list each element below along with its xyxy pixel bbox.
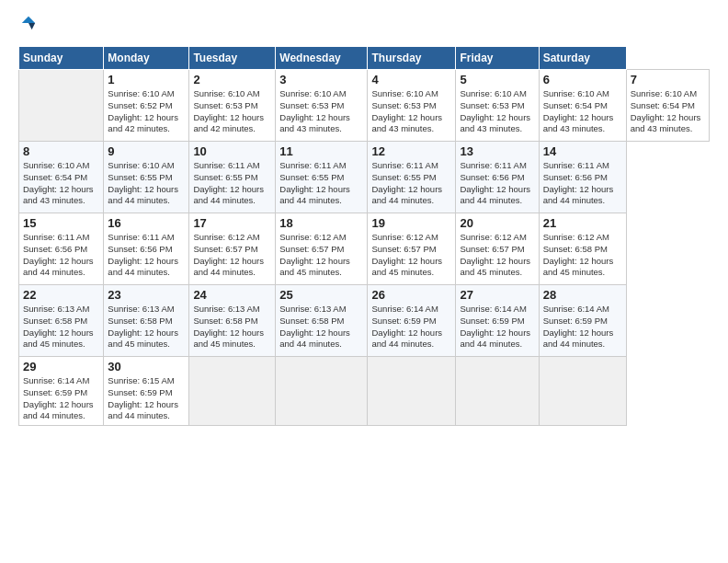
day-number: 11 — [279, 144, 363, 158]
day-info: Sunrise: 6:10 AMSunset: 6:54 PMDaylight:… — [631, 88, 701, 133]
day-info: Sunrise: 6:14 AMSunset: 6:59 PMDaylight:… — [543, 304, 614, 349]
day-info: Sunrise: 6:14 AMSunset: 6:59 PMDaylight:… — [23, 375, 94, 420]
day-cell: 21 Sunrise: 6:12 AMSunset: 6:58 PMDaylig… — [539, 213, 626, 285]
svg-marker-1 — [28, 23, 35, 29]
day-cell — [539, 357, 626, 426]
calendar-week-row: 22 Sunrise: 6:13 AMSunset: 6:58 PMDaylig… — [19, 285, 710, 357]
weekday-header: Saturday — [539, 47, 626, 70]
day-info: Sunrise: 6:15 AMSunset: 6:59 PMDaylight:… — [108, 375, 178, 420]
day-number: 13 — [460, 144, 534, 158]
day-number: 19 — [371, 216, 451, 230]
calendar-table: SundayMondayTuesdayWednesdayThursdayFrid… — [18, 46, 710, 426]
day-cell: 1 Sunrise: 6:10 AMSunset: 6:52 PMDayligh… — [104, 70, 189, 142]
day-number: 10 — [193, 144, 271, 158]
day-number: 9 — [108, 144, 185, 158]
day-info: Sunrise: 6:13 AMSunset: 6:58 PMDaylight:… — [279, 304, 350, 349]
weekday-header: Sunday — [19, 47, 104, 70]
day-cell: 29 Sunrise: 6:14 AMSunset: 6:59 PMDaylig… — [19, 357, 104, 426]
day-info: Sunrise: 6:11 AMSunset: 6:55 PMDaylight:… — [193, 160, 264, 205]
day-info: Sunrise: 6:13 AMSunset: 6:58 PMDaylight:… — [193, 304, 264, 349]
day-number: 23 — [108, 288, 185, 302]
calendar-week-row: 29 Sunrise: 6:14 AMSunset: 6:59 PMDaylig… — [19, 357, 710, 426]
weekday-header: Tuesday — [189, 47, 276, 70]
day-info: Sunrise: 6:10 AMSunset: 6:55 PMDaylight:… — [108, 160, 178, 205]
day-cell: 7 Sunrise: 6:10 AMSunset: 6:54 PMDayligh… — [626, 70, 709, 142]
weekday-header: Friday — [456, 47, 539, 70]
calendar-week-row: 8 Sunrise: 6:10 AMSunset: 6:54 PMDayligh… — [19, 142, 710, 213]
day-number: 2 — [193, 73, 271, 86]
day-number: 15 — [23, 216, 99, 230]
day-number: 17 — [193, 216, 271, 230]
weekday-header: Monday — [104, 47, 189, 70]
day-number: 21 — [543, 216, 622, 230]
day-cell: 11 Sunrise: 6:11 AMSunset: 6:55 PMDaylig… — [276, 142, 368, 213]
day-info: Sunrise: 6:11 AMSunset: 6:56 PMDaylight:… — [23, 232, 94, 277]
day-cell: 14 Sunrise: 6:11 AMSunset: 6:56 PMDaylig… — [539, 142, 626, 213]
day-cell: 10 Sunrise: 6:11 AMSunset: 6:55 PMDaylig… — [189, 142, 276, 213]
day-cell: 5 Sunrise: 6:10 AMSunset: 6:53 PMDayligh… — [456, 70, 539, 142]
day-cell: 23 Sunrise: 6:13 AMSunset: 6:58 PMDaylig… — [104, 285, 189, 357]
day-number: 7 — [631, 73, 705, 86]
day-number: 1 — [108, 73, 185, 86]
day-info: Sunrise: 6:10 AMSunset: 6:54 PMDaylight:… — [23, 160, 94, 205]
day-info: Sunrise: 6:13 AMSunset: 6:58 PMDaylight:… — [23, 304, 94, 349]
day-info: Sunrise: 6:12 AMSunset: 6:57 PMDaylight:… — [371, 232, 442, 277]
day-cell — [368, 357, 456, 426]
day-cell — [456, 357, 539, 426]
day-info: Sunrise: 6:10 AMSunset: 6:53 PMDaylight:… — [279, 88, 350, 133]
day-number: 22 — [23, 288, 99, 302]
calendar-week-row: 1 Sunrise: 6:10 AMSunset: 6:52 PMDayligh… — [19, 70, 710, 142]
day-cell: 19 Sunrise: 6:12 AMSunset: 6:57 PMDaylig… — [368, 213, 456, 285]
day-cell: 8 Sunrise: 6:10 AMSunset: 6:54 PMDayligh… — [19, 142, 104, 213]
logo-icon — [20, 15, 37, 31]
day-cell: 24 Sunrise: 6:13 AMSunset: 6:58 PMDaylig… — [189, 285, 276, 357]
day-number: 6 — [543, 73, 622, 86]
day-cell: 30 Sunrise: 6:15 AMSunset: 6:59 PMDaylig… — [104, 357, 189, 426]
day-number: 24 — [193, 288, 271, 302]
day-info: Sunrise: 6:10 AMSunset: 6:54 PMDaylight:… — [543, 88, 614, 133]
day-info: Sunrise: 6:11 AMSunset: 6:56 PMDaylight:… — [460, 160, 530, 205]
day-cell: 12 Sunrise: 6:11 AMSunset: 6:55 PMDaylig… — [368, 142, 456, 213]
day-cell: 18 Sunrise: 6:12 AMSunset: 6:57 PMDaylig… — [276, 213, 368, 285]
page: SundayMondayTuesdayWednesdayThursdayFrid… — [0, 0, 728, 563]
logo — [18, 15, 37, 37]
day-cell: 9 Sunrise: 6:10 AMSunset: 6:55 PMDayligh… — [104, 142, 189, 213]
day-number: 5 — [460, 73, 534, 86]
header — [18, 15, 710, 37]
day-number: 18 — [279, 216, 363, 230]
day-info: Sunrise: 6:10 AMSunset: 6:53 PMDaylight:… — [193, 88, 264, 133]
weekday-header-row: SundayMondayTuesdayWednesdayThursdayFrid… — [19, 47, 710, 70]
day-number: 27 — [460, 288, 534, 302]
day-number: 29 — [23, 360, 99, 373]
day-cell: 22 Sunrise: 6:13 AMSunset: 6:58 PMDaylig… — [19, 285, 104, 357]
day-cell: 2 Sunrise: 6:10 AMSunset: 6:53 PMDayligh… — [189, 70, 276, 142]
day-cell: 25 Sunrise: 6:13 AMSunset: 6:58 PMDaylig… — [276, 285, 368, 357]
svg-marker-0 — [22, 17, 35, 23]
weekday-header: Thursday — [368, 47, 456, 70]
day-number: 8 — [23, 144, 99, 158]
day-number: 25 — [279, 288, 363, 302]
day-info: Sunrise: 6:12 AMSunset: 6:57 PMDaylight:… — [193, 232, 264, 277]
day-number: 16 — [108, 216, 185, 230]
day-number: 12 — [371, 144, 451, 158]
day-cell: 6 Sunrise: 6:10 AMSunset: 6:54 PMDayligh… — [539, 70, 626, 142]
day-cell — [189, 357, 276, 426]
day-number: 14 — [543, 144, 622, 158]
day-info: Sunrise: 6:11 AMSunset: 6:56 PMDaylight:… — [543, 160, 614, 205]
day-cell: 17 Sunrise: 6:12 AMSunset: 6:57 PMDaylig… — [189, 213, 276, 285]
day-cell: 13 Sunrise: 6:11 AMSunset: 6:56 PMDaylig… — [456, 142, 539, 213]
day-cell — [276, 357, 368, 426]
day-cell: 26 Sunrise: 6:14 AMSunset: 6:59 PMDaylig… — [368, 285, 456, 357]
day-info: Sunrise: 6:12 AMSunset: 6:57 PMDaylight:… — [460, 232, 530, 277]
day-info: Sunrise: 6:13 AMSunset: 6:58 PMDaylight:… — [108, 304, 178, 349]
day-number: 26 — [371, 288, 451, 302]
day-info: Sunrise: 6:12 AMSunset: 6:57 PMDaylight:… — [279, 232, 350, 277]
day-cell: 4 Sunrise: 6:10 AMSunset: 6:53 PMDayligh… — [368, 70, 456, 142]
day-number: 30 — [108, 360, 185, 373]
day-info: Sunrise: 6:11 AMSunset: 6:56 PMDaylight:… — [108, 232, 178, 277]
day-info: Sunrise: 6:10 AMSunset: 6:53 PMDaylight:… — [460, 88, 530, 133]
day-info: Sunrise: 6:12 AMSunset: 6:58 PMDaylight:… — [543, 232, 614, 277]
day-info: Sunrise: 6:14 AMSunset: 6:59 PMDaylight:… — [460, 304, 530, 349]
day-number: 28 — [543, 288, 622, 302]
day-number: 4 — [371, 73, 451, 86]
